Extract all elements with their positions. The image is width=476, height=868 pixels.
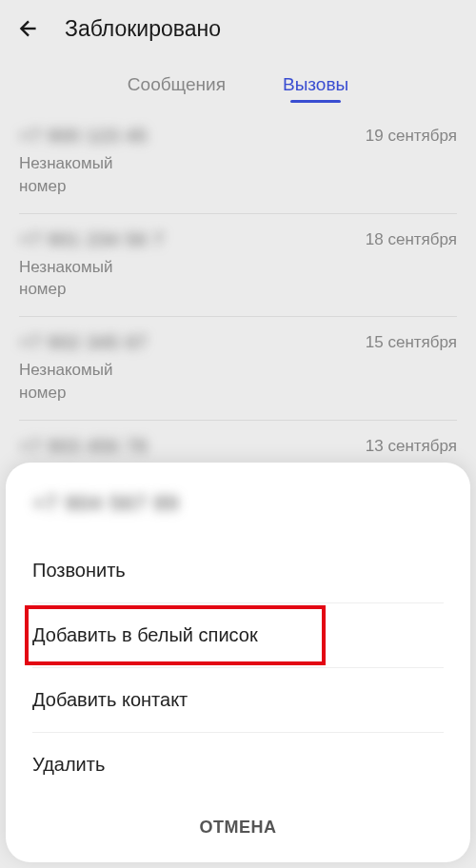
sheet-phone-number: +7 904 567 89: [32, 491, 179, 515]
action-sheet: +7 904 567 89 Позвонить Добавить в белый…: [6, 463, 470, 862]
action-delete[interactable]: Удалить: [32, 733, 444, 797]
action-whitelist-label: Добавить в белый список: [32, 624, 258, 645]
action-add-contact[interactable]: Добавить контакт: [32, 668, 444, 733]
action-whitelist[interactable]: Добавить в белый список: [32, 603, 444, 668]
cancel-button[interactable]: ОТМЕНА: [6, 797, 470, 851]
action-call[interactable]: Позвонить: [32, 539, 444, 603]
sheet-title: +7 904 567 89: [6, 485, 470, 539]
sheet-actions: Позвонить Добавить в белый список Добави…: [6, 539, 470, 797]
